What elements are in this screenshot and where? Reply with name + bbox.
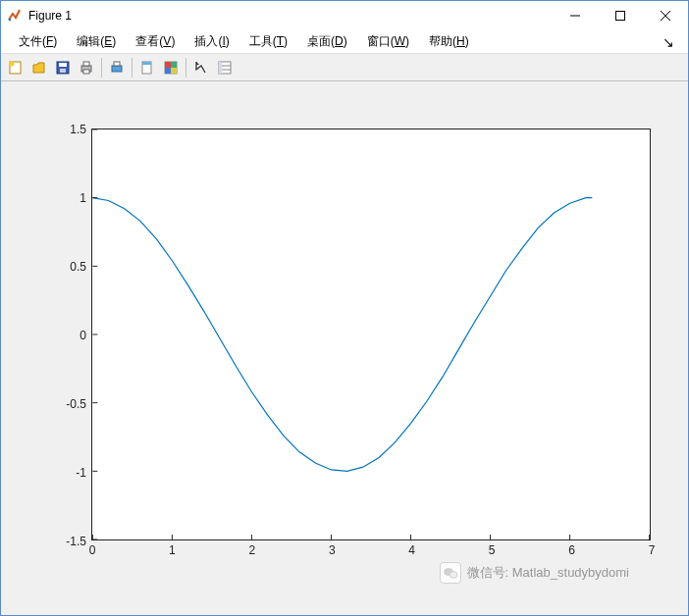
x-tick-label: 5 [489,543,496,557]
svg-rect-9 [60,69,66,73]
menu-desktop[interactable]: 桌面(D) [297,30,357,53]
print-preview-button[interactable] [106,57,128,78]
maximize-button[interactable] [598,1,643,30]
y-tick-label: 1 [80,191,86,205]
y-tick-label: -1 [76,466,86,480]
close-button[interactable] [643,1,688,30]
line-plot [92,129,650,539]
svg-rect-13 [112,66,122,72]
svg-rect-11 [83,62,89,66]
watermark-text: 微信号: Matlab_studybydomi [467,564,629,582]
edit-plot-button[interactable] [190,57,212,78]
svg-rect-12 [83,70,89,74]
axes[interactable]: -1.5-1-0.500.511.501234567 [91,128,651,540]
figure-canvas: -1.5-1-0.500.511.501234567 微信号: Matlab_s… [1,81,688,615]
svg-point-42 [450,572,457,579]
toolbar-separator [101,58,102,77]
menu-help[interactable]: 帮助(H) [419,30,479,53]
toolbar-separator [186,58,186,77]
y-tick-label: -0.5 [66,397,86,411]
x-tick-label: 7 [649,543,656,557]
window-controls [553,1,688,30]
link-button[interactable] [136,57,158,78]
x-tick-label: 6 [568,543,575,557]
wechat-icon [440,562,461,584]
svg-point-0 [9,19,12,22]
y-tick-label: 0.5 [70,260,86,274]
menu-edit[interactable]: 编辑(E) [67,30,126,53]
x-tick-label: 3 [329,543,336,557]
menu-file[interactable]: 文件(F) [9,30,67,53]
svg-rect-16 [142,62,151,65]
svg-rect-25 [219,62,222,74]
dock-arrow-icon[interactable]: ↘ [662,34,680,50]
svg-rect-19 [171,62,177,68]
svg-rect-20 [165,68,171,74]
y-tick-label: -1.5 [66,535,86,548]
matlab-icon [7,8,23,24]
save-button[interactable] [52,57,74,78]
x-tick-label: 2 [249,543,256,557]
menu-bar: 文件(F) 编辑(E) 查看(V) 插入(I) 工具(T) 桌面(D) 窗口(W… [1,30,688,54]
svg-rect-21 [171,68,177,74]
y-tick-label: 0 [80,329,86,342]
menu-insert[interactable]: 插入(I) [185,30,238,53]
toolbar-separator [132,58,132,77]
title-bar: Figure 1 [1,1,688,30]
svg-rect-14 [114,62,120,66]
watermark: 微信号: Matlab_studybydomi [440,562,629,584]
x-tick-label: 0 [89,543,96,557]
open-file-button[interactable] [28,57,50,78]
window-title: Figure 1 [28,9,553,23]
print-button[interactable] [76,57,97,78]
property-editor-button[interactable] [214,57,236,78]
insert-colorbar-button[interactable] [160,57,182,78]
menu-tools[interactable]: 工具(T) [239,30,297,53]
minimize-button[interactable] [553,1,598,30]
figure-window: Figure 1 文件(F) 编辑(E) 查看(V) 插入(I) 工具(T) 桌… [0,0,689,616]
menu-window[interactable]: 窗口(W) [357,30,419,53]
menu-view[interactable]: 查看(V) [126,30,185,53]
svg-rect-2 [616,12,625,21]
svg-point-6 [10,61,15,66]
y-tick-label: 1.5 [70,123,86,136]
series-line [92,198,592,472]
new-figure-button[interactable] [5,57,26,78]
x-tick-label: 1 [169,543,176,557]
toolbar [1,54,688,81]
svg-rect-8 [59,63,67,67]
x-tick-label: 4 [408,543,415,557]
svg-rect-18 [165,62,171,68]
